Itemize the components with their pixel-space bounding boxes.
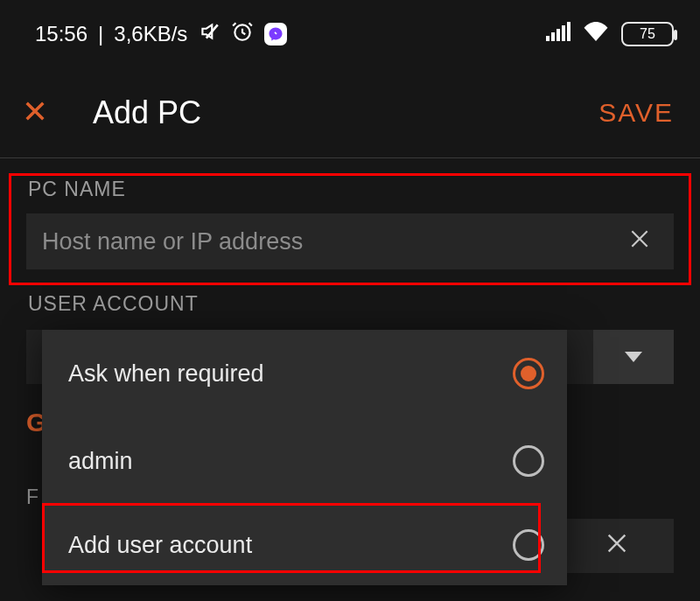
status-bar: 15:56 | 3,6KB/s 75 (0, 0, 700, 68)
option-label: Add user account (68, 532, 252, 559)
user-account-label: USER ACCOUNT (26, 287, 674, 330)
clear-friendly-name-button[interactable] (605, 531, 629, 562)
radio-unselected-icon (513, 445, 544, 477)
obscured-text-f: F (26, 486, 38, 509)
option-ask-when-required[interactable]: Ask when required (42, 330, 567, 417)
content-area: PC NAME USER ACCOUNT (0, 158, 700, 330)
radio-selected-icon (513, 358, 544, 389)
radio-unselected-icon (513, 529, 544, 561)
pc-name-row (26, 213, 674, 269)
svg-rect-4 (562, 25, 565, 41)
option-label: Ask when required (68, 360, 264, 388)
friendly-name-row-partial (560, 519, 674, 573)
signal-icon (546, 22, 570, 46)
status-sep: | (98, 22, 103, 46)
option-add-user-account[interactable]: Add user account (42, 505, 567, 585)
user-account-dropdown: Ask when required admin Add user account (42, 330, 567, 585)
status-speed: 3,6KB/s (114, 22, 187, 46)
pc-name-input[interactable] (42, 228, 623, 255)
battery-indicator: 75 (621, 22, 674, 46)
save-button[interactable]: SAVE (598, 98, 674, 128)
svg-rect-5 (567, 22, 570, 41)
mute-icon (198, 20, 220, 48)
svg-rect-1 (546, 36, 550, 41)
svg-rect-3 (556, 29, 560, 41)
option-admin[interactable]: admin (42, 417, 567, 505)
wifi-icon (583, 22, 609, 46)
status-time: 15:56 (35, 22, 88, 46)
close-button[interactable] (23, 96, 47, 130)
app-header: Add PC SAVE (0, 68, 700, 157)
option-label: admin (68, 448, 133, 475)
battery-percent: 75 (640, 26, 655, 42)
page-title: Add PC (93, 94, 201, 131)
dropdown-caret-button[interactable] (593, 330, 674, 384)
svg-rect-2 (551, 32, 555, 41)
clear-pc-name-button[interactable] (623, 222, 656, 262)
messenger-icon (264, 23, 287, 45)
alarm-icon (231, 20, 254, 48)
pc-name-label: PC NAME (26, 158, 674, 213)
